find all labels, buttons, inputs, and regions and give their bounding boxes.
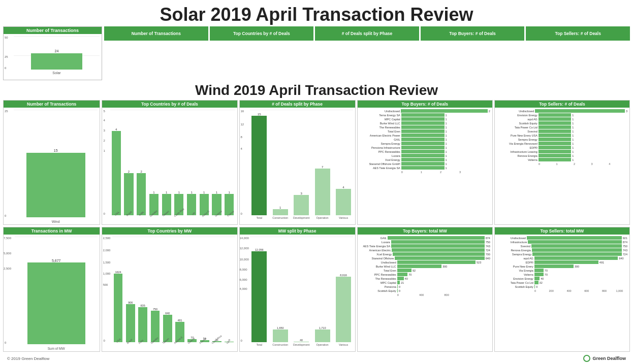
- wind-sellers-mw-chart: Undisclosed921 Infrastructure874 Svevind…: [495, 235, 629, 351]
- hbar-row: The Renewables 1: [360, 125, 490, 129]
- wind-phase-chart: 16 12 8 4 0 15 1 3: [240, 108, 355, 224]
- hbar-row: Tata Power Co Ltd 1: [497, 125, 627, 129]
- hbar-row: AES Tiete Energia SA 1: [360, 166, 490, 170]
- hbar-row: MPC Capital 1: [360, 117, 490, 121]
- solar-transactions-title: Number of Transactions: [4, 27, 102, 34]
- wind-x-label: Wind: [14, 220, 98, 223]
- hbar-row: Pensiona Infrastructure 1: [360, 146, 490, 149]
- wind-bar-wrap: 15: [14, 110, 98, 217]
- wind-sellers-panel: Top Sellers: # of Deals Undisclosed 3 En…: [494, 100, 630, 225]
- hbar-row: Starwind Offshore GmbH 1: [360, 162, 490, 166]
- wind-main-title: Wind 2019 April Transaction Review: [0, 81, 633, 99]
- wind-countries-mw-title: Top Countries by MW: [102, 227, 237, 235]
- wy-0: 0: [5, 214, 6, 217]
- wind-mw-chart: 7,500 5,000 2,500 0 5,677 Sum of MW: [4, 235, 100, 351]
- hbar-row: Via Energia Renovavel 1: [497, 142, 627, 145]
- footer-copyright: © 2019 Green Dealflow: [7, 356, 49, 361]
- wind-buyers-mw-panel: Top Buyers: total MW GAIL874 Luxara750 A…: [357, 227, 493, 352]
- wind-mw-phase-title: MW split by Phase: [240, 227, 355, 235]
- footer-logo-text: Green Dealflow: [592, 356, 626, 361]
- hbar-row: Infrastructure Leasing 1: [497, 150, 627, 153]
- wind-sellers-chart: Undisclosed 3 Envision Energy 1 wpd AG 1: [495, 108, 629, 224]
- hbar-row: Scottish Equity 1: [497, 121, 627, 125]
- wind-transactions-panel: Number of Transactions 25 0 15 Wind: [3, 100, 100, 225]
- wind-countries-panel: Top Countries by # of Deals 5 4 3 2 1 0 …: [102, 100, 237, 225]
- wind-buyers-mw-title: Top Buyers: total MW: [358, 227, 492, 235]
- wind-buyers-chart: Undisclosed 2 Terna Energy SA 1 MPC Capi…: [358, 108, 492, 224]
- wind-phase-panel: # of Deals split by Phase 16 12 8 4 0 15…: [239, 100, 356, 225]
- wind-sellers-hbars: Undisclosed 3 Envision Energy 1 wpd AG 1: [497, 109, 627, 161]
- hbar-row: PPC Renewables 1: [360, 150, 490, 153]
- wind-bar-val: 15: [54, 149, 58, 152]
- wind-phase-title: # of Deals split by Phase: [240, 101, 355, 108]
- wind-phase-bars: 15 1 3 7 4: [250, 110, 353, 215]
- solar-section: Number of Transactions 50 25 0 24 Solar: [0, 26, 633, 80]
- wind-countries-xlabels: USA Brazil India Sweden Taiwan Costa Ric…: [110, 215, 235, 224]
- hbar-row: Volterra 1: [497, 158, 627, 161]
- y-50: 50: [5, 36, 8, 39]
- hbar-row: Undisclosed 3: [497, 109, 627, 113]
- footer: © 2019 Green Dealflow Green Dealflow: [0, 353, 633, 364]
- wind-countries-title: Top Countries by # of Deals: [102, 101, 237, 108]
- hbar-row: Sempra Energy 1: [497, 138, 627, 141]
- hbar-row: American Electric Power 1: [360, 134, 490, 137]
- tab-top-countries[interactable]: Top Countries by # of Deals: [210, 26, 314, 41]
- hbar-row: Undisclosed 2: [360, 109, 490, 113]
- solar-transactions-panel: Number of Transactions 50 25 0 24 Solar: [3, 26, 102, 80]
- wind-buyers-mw-chart: GAIL874 Luxara750 AES Tiete Energia SA74…: [358, 235, 492, 351]
- wind-transactions-chart: 25 0 15 Wind: [4, 108, 100, 224]
- wind-mw-title: Transactions in MW: [4, 227, 100, 235]
- hbar-row: GAIL 1: [360, 138, 490, 141]
- wind-mw-bars: 5,677: [15, 237, 98, 344]
- wind-sellers-mw-title: Top Sellers: total MW: [495, 227, 629, 235]
- wind-countries-chart: 5 4 3 2 1 0 4 2 2: [102, 108, 237, 224]
- solar-bar: [31, 53, 82, 70]
- y-0: 0: [5, 67, 6, 70]
- y-25: 25: [5, 55, 8, 58]
- hbar-row: Sempra Energy 1: [360, 142, 490, 145]
- hbar-row: Xcel Energy 1: [360, 158, 490, 161]
- wind-sellers-title: Top Sellers: # of Deals: [495, 101, 629, 108]
- footer-logo-circle: [583, 355, 590, 362]
- hbar-row: Svevind 1: [497, 129, 627, 133]
- tab-deals-phase[interactable]: # of Deals split by Phase: [315, 26, 419, 41]
- hbar-row: Pure New Enery USA 1: [497, 134, 627, 137]
- wind-mw-phase-chart: 14,000 12,000 10,000 8,000 6,000 4,000 0…: [240, 235, 355, 351]
- wind-buyers-panel: Top Buyers: # of Deals Undisclosed 2 Ter…: [357, 100, 493, 225]
- hbar-row: Burke Wind LLC 1: [360, 121, 490, 125]
- wind-bar: [26, 153, 85, 217]
- hbar-row: Luxara 1: [360, 154, 490, 157]
- solar-bars: 24: [14, 36, 100, 70]
- wind-countries-mw-panel: Top Countries by MW 2,500 2,000 1,500 1,…: [102, 227, 237, 352]
- x-label-solar: Solar: [14, 71, 100, 75]
- wind-mw-panel: Transactions in MW 7,500 5,000 2,500 0 5…: [3, 227, 100, 352]
- wind-row1: Number of Transactions 25 0 15 Wind Top …: [0, 99, 633, 226]
- wind-countries-mw-chart: 2,500 2,000 1,500 1,000 500 0 1624 906: [102, 235, 237, 351]
- hbar-row: wpd AG 1: [497, 117, 627, 121]
- solar-tabs: Number of Transactions Top Countries by …: [104, 26, 630, 80]
- wind-buyers-title: Top Buyers: # of Deals: [358, 101, 492, 108]
- hbar-row: Renova Energia 1: [497, 154, 627, 157]
- tab-number-transactions[interactable]: Number of Transactions: [104, 26, 208, 41]
- wind-sellers-mw-panel: Top Sellers: total MW Undisclosed921 Inf…: [494, 227, 630, 352]
- wind-transactions-title: Number of Transactions: [4, 101, 100, 108]
- wy-25: 25: [5, 110, 8, 113]
- hbar-row: Total Eren 1: [360, 129, 490, 133]
- hbar-row: Envision Energy 1: [497, 113, 627, 117]
- solar-bar-val: 24: [55, 49, 59, 53]
- wind-buyers-hbars: Undisclosed 2 Terna Energy SA 1 MPC Capi…: [360, 109, 490, 170]
- wind-mw-phase-panel: MW split by Phase 14,000 12,000 10,000 8…: [239, 227, 356, 352]
- hbar-row: Terna Energy SA 1: [360, 113, 490, 117]
- wind-row2: Transactions in MW 7,500 5,000 2,500 0 5…: [0, 226, 633, 353]
- solar-transactions-chart-area: 50 25 0 24 Solar: [4, 34, 102, 76]
- solar-main-title: Solar 2019 April Transaction Review: [0, 0, 633, 26]
- wind-mw-phase-bars: 12,056 1,650 40 1,710: [250, 237, 353, 342]
- solar-bar-wrap: 24: [14, 36, 100, 70]
- page: Solar 2019 April Transaction Review Numb…: [0, 0, 633, 364]
- wind-countries-bars: 4 2 2 1 1: [110, 110, 235, 215]
- tab-top-buyers[interactable]: Top Buyers: # of Deals: [421, 26, 525, 41]
- wind-bars1: 15: [14, 110, 98, 217]
- hbar-row: EDPR 1: [497, 146, 627, 149]
- tab-top-sellers[interactable]: Top Sellers: # of Deals: [526, 26, 630, 41]
- wind-countries-mw-bars: 1624 906 835 750: [112, 237, 235, 342]
